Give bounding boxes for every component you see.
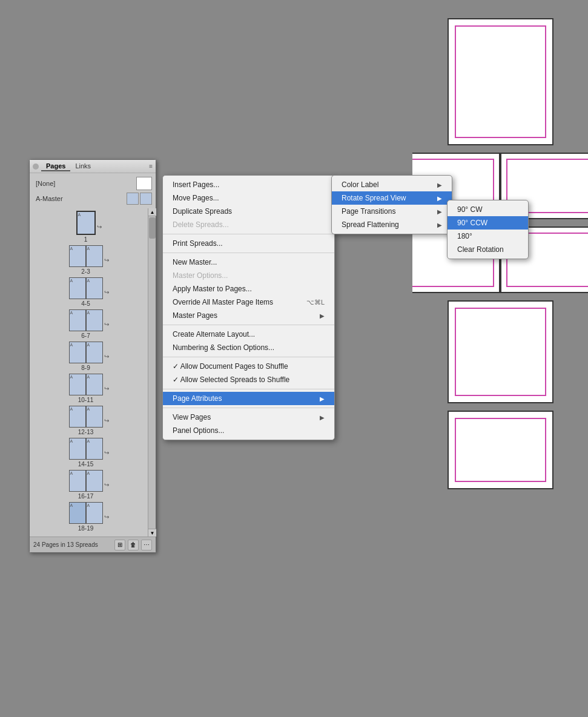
page-label-45: 4-5 xyxy=(81,300,90,307)
page-label-1819: 18-19 xyxy=(78,525,94,532)
doc-page-inner-large-2 xyxy=(455,308,546,396)
panel-scrollbar[interactable]: ▲ ▼ xyxy=(148,208,156,537)
context-menu: Insert Pages... Move Pages... Duplicate … xyxy=(162,175,335,440)
menu-item-numbering-section[interactable]: Numbering & Section Options... xyxy=(163,341,334,354)
menu-item-override-master[interactable]: Override All Master Page Items ⌥⌘L xyxy=(163,296,334,309)
page-letter-a: A xyxy=(87,342,91,348)
rotate-spread-submenu: 90° CW 90° CCW 180° Clear Rotation xyxy=(447,200,529,259)
menu-item-new-master[interactable]: New Master... xyxy=(163,256,334,269)
menu-item-create-alternate[interactable]: Create Alternate Layout... xyxy=(163,328,334,341)
spread-1011: A A xyxy=(69,374,103,395)
page-thumb-15[interactable]: A xyxy=(86,438,103,460)
scrollbar-up-arrow[interactable]: ▲ xyxy=(148,208,156,216)
page-thumb-11[interactable]: A xyxy=(86,374,103,395)
menu-item-panel-options[interactable]: Panel Options... xyxy=(163,424,334,437)
chain-icon: ↪ xyxy=(104,385,109,392)
page-letter-a: A xyxy=(70,503,74,508)
scrollbar-thumb[interactable] xyxy=(149,217,156,239)
page-1617-wrapper: A A 16-17 xyxy=(69,470,103,500)
page-letter-a: A xyxy=(87,278,91,283)
submenu-item-spread-flattening[interactable]: Spread Flattening ▶ xyxy=(332,218,452,231)
spread-67: A A xyxy=(69,309,103,331)
none-thumb xyxy=(136,177,152,190)
page-thumb-13[interactable]: A xyxy=(86,406,103,428)
page-thumb-5[interactable]: A xyxy=(86,277,103,299)
submenu2-item-90ccw[interactable]: 90° CCW xyxy=(448,216,528,230)
page-thumb-16[interactable]: A xyxy=(69,470,86,492)
tab-links[interactable]: Links xyxy=(70,162,96,171)
page-letter-a: A xyxy=(87,406,91,412)
menu-separator xyxy=(163,408,334,408)
page-thumb-8[interactable]: A xyxy=(69,342,86,363)
page-1819-wrapper: A A 18-19 xyxy=(69,502,103,532)
page-thumb-7[interactable]: A xyxy=(86,309,103,331)
menu-item-master-pages[interactable]: Master Pages ▶ xyxy=(163,309,334,322)
page-letter-a: A xyxy=(78,212,82,217)
amaster-label: A-Master xyxy=(33,194,65,203)
submenu2-item-clear-rotation[interactable]: Clear Rotation xyxy=(448,243,528,256)
doc-page-large-2 xyxy=(448,300,553,403)
footer-options-icon[interactable]: ⋯ xyxy=(141,540,152,550)
chain-icon: ↪ xyxy=(104,353,109,360)
menu-item-apply-master[interactable]: Apply Master to Pages... xyxy=(163,282,334,296)
page-attributes-submenu: Color Label ▶ Rotate Spread View ▶ Page … xyxy=(331,175,452,234)
page-letter-a: A xyxy=(70,406,74,412)
menu-item-page-attributes[interactable]: Page Attributes ▶ xyxy=(163,392,334,405)
submenu-item-rotate-spread[interactable]: Rotate Spread View ▶ xyxy=(332,191,452,205)
spread-1617: A A xyxy=(69,470,103,492)
menu-item-view-pages[interactable]: View Pages ▶ xyxy=(163,411,334,424)
page-thumb-4[interactable]: A xyxy=(69,277,86,299)
page-label-67: 6-7 xyxy=(81,332,90,339)
scrollbar-down-arrow[interactable]: ▼ xyxy=(148,529,156,537)
page-thumb-9[interactable]: A xyxy=(86,342,103,363)
page-letter-a: A xyxy=(70,342,74,348)
menu-item-allow-spread-shuffle[interactable]: ✓ Allow Selected Spreads to Shuffle xyxy=(163,373,334,386)
page-89-wrapper: A A 8-9 xyxy=(69,342,103,371)
panel-close-button[interactable] xyxy=(33,164,39,170)
page-label-89: 8-9 xyxy=(81,365,90,371)
menu-item-move-pages[interactable]: Move Pages... xyxy=(163,191,334,205)
panel-menu-button[interactable]: ≡ xyxy=(149,163,153,170)
page-thumb-6[interactable]: A xyxy=(69,309,86,331)
spread-89: A A xyxy=(69,342,103,363)
page-thumb-19[interactable]: A xyxy=(86,502,103,524)
panel-tabs: Pages Links xyxy=(41,162,96,171)
menu-item-duplicate-spreads[interactable]: Duplicate Spreads xyxy=(163,205,334,218)
page-letter-a: A xyxy=(70,310,74,316)
page-thumb-10[interactable]: A xyxy=(69,374,86,395)
page-thumb-14[interactable]: A xyxy=(69,438,86,460)
chain-icon: ↪ xyxy=(104,257,109,263)
pages-list: A 1 ↪ A A 2-3 ↪ xyxy=(30,208,148,537)
new-page-icon[interactable]: ⊞ xyxy=(114,540,125,550)
table-row: A A 6-7 ↪ xyxy=(35,309,143,339)
page-letter-a: A xyxy=(70,278,74,283)
submenu2-item-90cw[interactable]: 90° CW xyxy=(448,203,528,216)
chevron-right-icon: ▶ xyxy=(320,395,325,402)
page-thumb-3[interactable]: A xyxy=(86,245,103,267)
page-thumb-1[interactable]: A xyxy=(76,211,96,235)
amaster-thumb-left xyxy=(127,193,139,205)
submenu2-item-180[interactable]: 180° xyxy=(448,230,528,243)
menu-item-print-spreads[interactable]: Print Spreads... xyxy=(163,237,334,250)
panel-footer: 24 Pages in 13 Spreads ⊞ 🗑 ⋯ xyxy=(30,537,156,552)
submenu-item-color-label[interactable]: Color Label ▶ xyxy=(332,178,452,191)
doc-page-large-3 xyxy=(448,411,553,489)
chain-icon: ↪ xyxy=(104,321,109,328)
submenu-item-page-transitions[interactable]: Page Transitions ▶ xyxy=(332,205,452,218)
chevron-right-icon: ▶ xyxy=(437,182,442,188)
page-letter-a: A xyxy=(70,471,74,476)
page-thumb-2[interactable]: A xyxy=(69,245,86,267)
page-1011-wrapper: A A 10-11 xyxy=(69,374,103,403)
page-thumb-12[interactable]: A xyxy=(69,406,86,428)
override-master-shortcut: ⌥⌘L xyxy=(306,299,325,306)
delete-page-icon[interactable]: 🗑 xyxy=(128,540,139,550)
table-row: A A 10-11 ↪ xyxy=(35,374,143,403)
none-label: [None] xyxy=(33,179,58,188)
pages-panel: Pages Links ≡ [None] A-Master A xyxy=(29,159,156,553)
menu-item-allow-shuffle[interactable]: ✓ Allow Document Pages to Shuffle xyxy=(163,360,334,373)
tab-pages[interactable]: Pages xyxy=(41,162,70,171)
page-thumb-17[interactable]: A xyxy=(86,470,103,492)
menu-item-insert-pages[interactable]: Insert Pages... xyxy=(163,178,334,191)
page-thumb-18[interactable]: A xyxy=(69,502,86,524)
table-row: A A 4-5 ↪ xyxy=(35,277,143,307)
